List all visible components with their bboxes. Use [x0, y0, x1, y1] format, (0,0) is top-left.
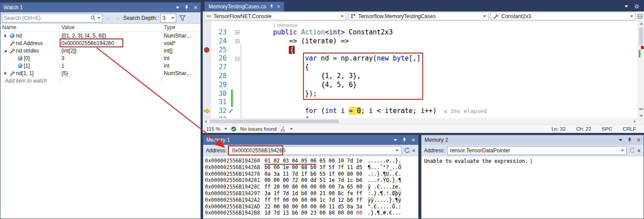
- code-text[interactable]: var nd = np.array(new byte[,]: [241, 54, 638, 63]
- watch-row[interactable]: [0]3int: [0, 54, 201, 62]
- line-glyph-margin[interactable]: [203, 107, 211, 116]
- watch-row[interactable]: nd{[[1, 2, 3], [4, 5, 6]]}NumShar…: [0, 32, 201, 39]
- line-glyph-margin[interactable]: [203, 37, 211, 46]
- code-line[interactable]: 28 {1, 2, 3},: [203, 72, 638, 81]
- tab-close-icon[interactable]: ×: [277, 4, 280, 9]
- column-header-name[interactable]: Name: [0, 24, 60, 31]
- watch-titlebar[interactable]: Watch 1 ×: [0, 3, 201, 12]
- issues-status[interactable]: No issues found: [240, 126, 277, 132]
- memory-row[interactable]: 0x000002556B1942AD22 00 80 00 00 00 00 1…: [205, 204, 418, 210]
- code-text[interactable]: {: [241, 63, 638, 72]
- memory-row[interactable]: 0x000002556B19426001 02 03 04 05 06 65 0…: [205, 158, 418, 164]
- watch-value-cell[interactable]: {5}: [60, 69, 162, 77]
- pin-icon[interactable]: [184, 5, 189, 11]
- memory-row[interactable]: 0x000002556B1942B81d 7d 13 b6 00 23 00 8…: [205, 210, 418, 216]
- watch-columns-header[interactable]: Name Value Type: [0, 24, 201, 32]
- memory-row[interactable]: 0x000002556B1942760a 3a 11 7d 1f b6 55 1…: [205, 171, 418, 177]
- pin-icon[interactable]: [402, 137, 407, 143]
- code-text[interactable]: [241, 98, 638, 107]
- code-line[interactable]: 32 for (int i = 0; i < iterate; i++)≤ 2m…: [203, 107, 638, 116]
- watch-value-cell[interactable]: 3: [60, 54, 162, 62]
- zoom-level[interactable]: 115 %: [206, 126, 220, 132]
- memory-row[interactable]: 0x000002556B1942973a 1f 7d 1d b6 00 21 0…: [205, 190, 418, 197]
- line-glyph-margin[interactable]: [203, 28, 211, 37]
- chevron-down-icon[interactable]: [396, 150, 398, 151]
- code-line[interactable]: 26 var nd = np.array(new byte[,]: [203, 54, 638, 63]
- split-window-icon[interactable]: [637, 14, 643, 19]
- code-cleanup-icon[interactable]: [280, 126, 286, 132]
- code-text[interactable]: });: [241, 90, 638, 98]
- code-editor[interactable]: 1 reference23 public Action<int> Constan…: [203, 21, 644, 118]
- watch-value-cell[interactable]: 1: [60, 62, 162, 69]
- code-lens[interactable]: 1 reference: [273, 23, 298, 28]
- code-text[interactable]: public Action<int> Constant2x3: [241, 28, 638, 37]
- type-select[interactable]: Tensorflow.MemoryTestingCases: [348, 12, 489, 20]
- watch-row[interactable]: nd.strides{int[2]}int[]: [0, 47, 201, 54]
- memory2-message-view[interactable]: Unable to evaluate the expression.: [421, 156, 644, 219]
- expander-collapsed-icon[interactable]: [2, 34, 8, 38]
- filter-icon[interactable]: [179, 15, 186, 21]
- watch-value-cell[interactable]: [60, 77, 162, 84]
- code-line[interactable]: 29 {4, 5, 6}: [203, 81, 638, 90]
- collapse-region-icon[interactable]: [235, 30, 239, 34]
- memory-row[interactable]: 0x000002556B19426Bb6 00 1e 00 88 b0 3f 5…: [205, 164, 418, 171]
- hscroll-thumb[interactable]: [210, 120, 339, 123]
- memory-row[interactable]: 0x000002556B19428Cff 20 00 80 00 00 00 0…: [205, 184, 418, 190]
- watch-row[interactable]: nd.Address0x000002556b194260void*: [0, 39, 201, 47]
- code-line[interactable]: 30 });: [203, 90, 638, 98]
- memory2-titlebar[interactable]: Memory 2 ×: [421, 135, 644, 145]
- zoom-dropdown-icon[interactable]: [224, 128, 227, 130]
- memory1-address-input[interactable]: 0x000002556B194260: [229, 146, 402, 155]
- tab-memorytestingcases[interactable]: MemoryTestingCases.cs ×: [205, 2, 284, 11]
- toolbar-overflow-icon[interactable]: »: [411, 149, 417, 152]
- code-line[interactable]: 25 {: [203, 46, 638, 55]
- breakpoint-icon[interactable]: [204, 47, 209, 53]
- code-line[interactable]: 23 public Action<int> Constant2x3: [203, 28, 638, 37]
- pin-icon[interactable]: [627, 137, 632, 143]
- line-glyph-margin[interactable]: [203, 54, 211, 63]
- memory-row[interactable]: 0x000002556B1942A2ff ff 00 00 00 00 1c 7…: [205, 197, 418, 204]
- search-options-icon[interactable]: [98, 17, 100, 19]
- memory2-address-input[interactable]: tensor.TensorDataPointer: [447, 146, 627, 155]
- expander-collapsed-icon[interactable]: [2, 72, 8, 75]
- vscroll-thumb[interactable]: [639, 27, 643, 45]
- line-glyph-margin[interactable]: [203, 81, 211, 90]
- search-next-icon[interactable]: →: [114, 15, 120, 21]
- refresh-icon[interactable]: [404, 147, 410, 154]
- code-text[interactable]: {: [241, 116, 638, 118]
- scroll-down-icon[interactable]: [640, 115, 643, 117]
- close-icon[interactable]: ×: [412, 137, 415, 143]
- close-icon[interactable]: ×: [637, 137, 640, 143]
- window-position-icon[interactable]: [394, 139, 397, 141]
- line-glyph-margin[interactable]: [203, 90, 211, 98]
- member-select[interactable]: Constant2x3: [490, 12, 636, 20]
- search-prev-icon[interactable]: ←: [106, 15, 111, 21]
- status-eol[interactable]: CRLF: [623, 126, 636, 132]
- watch-value-cell[interactable]: 0x000002556b194260: [60, 39, 162, 47]
- open-files-dropdown-icon[interactable]: [625, 5, 628, 8]
- toolbar-overflow-icon[interactable]: »: [636, 149, 643, 152]
- collapse-region-icon[interactable]: [235, 39, 239, 43]
- editor-vscrollbar[interactable]: [638, 21, 644, 118]
- code-line[interactable]: 24 => (iterate) =>: [203, 37, 638, 46]
- tab-pin-icon[interactable]: [269, 4, 274, 9]
- column-header-type[interactable]: Type: [162, 24, 194, 31]
- refresh-icon[interactable]: [629, 147, 636, 154]
- collapse-region-icon[interactable]: [235, 57, 239, 61]
- code-line[interactable]: 33 {: [203, 116, 638, 118]
- watch-add-item-row[interactable]: Add item to watch: [0, 77, 201, 84]
- search-depth-select[interactable]: 3: [160, 14, 176, 23]
- line-glyph-margin[interactable]: [203, 72, 211, 81]
- close-icon[interactable]: ×: [194, 5, 197, 10]
- code-text[interactable]: {: [241, 46, 638, 55]
- line-glyph-margin[interactable]: [203, 46, 211, 55]
- watch-row[interactable]: [1]1int: [0, 62, 201, 69]
- window-position-icon[interactable]: [176, 7, 179, 9]
- code-line[interactable]: 31: [203, 98, 638, 107]
- watch-row[interactable]: nd[1, 1]{5}NumShar…: [0, 69, 201, 77]
- chevron-down-icon[interactable]: [621, 150, 624, 151]
- line-glyph-margin[interactable]: [203, 63, 211, 72]
- editor-hscrollbar[interactable]: [203, 118, 644, 124]
- status-spaces[interactable]: SPC: [602, 126, 612, 132]
- scroll-left-icon[interactable]: [205, 120, 207, 123]
